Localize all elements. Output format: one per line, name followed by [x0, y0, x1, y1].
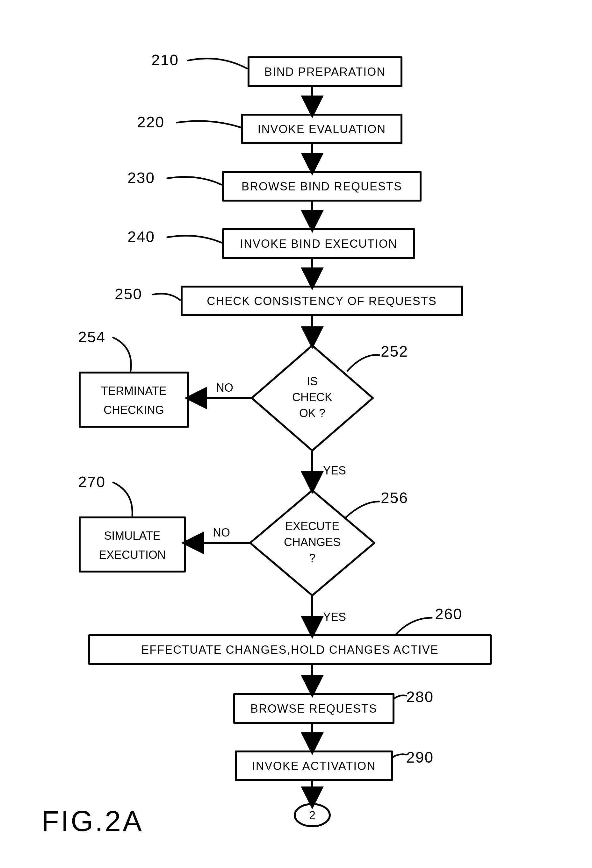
- node-240-label: INVOKE BIND EXECUTION: [240, 237, 397, 250]
- node-256-l3: ?: [309, 552, 315, 565]
- node-252-l3: OK ?: [299, 407, 325, 420]
- connector-2: 2: [295, 804, 330, 826]
- node-290-label: INVOKE ACTIVATION: [252, 759, 376, 772]
- leader-220: [177, 121, 241, 127]
- leader-280: [394, 695, 406, 699]
- ref-252: 252: [381, 343, 408, 360]
- leader-270: [113, 483, 132, 516]
- node-280-label: BROWSE REQUESTS: [250, 702, 377, 715]
- node-220: INVOKE EVALUATION: [242, 115, 401, 143]
- leader-230: [167, 177, 222, 185]
- ref-220: 220: [137, 114, 164, 131]
- node-260: EFFECTUATE CHANGES,HOLD CHANGES ACTIVE: [89, 635, 491, 664]
- node-290: INVOKE ACTIVATION: [236, 751, 392, 780]
- edge-256-260-label: YES: [323, 610, 346, 623]
- svg-rect-5: [80, 372, 188, 427]
- node-256: EXECUTE CHANGES ?: [250, 490, 374, 595]
- leader-210: [188, 59, 247, 68]
- edge-252-254-label: NO: [216, 381, 233, 394]
- svg-rect-6: [80, 517, 185, 571]
- ref-240: 240: [127, 228, 155, 245]
- node-250: CHECK CONSISTENCY OF REQUESTS: [182, 286, 462, 315]
- leader-254: [113, 338, 131, 371]
- node-260-label: EFFECTUATE CHANGES,HOLD CHANGES ACTIVE: [141, 643, 438, 656]
- ref-230: 230: [127, 170, 155, 186]
- leader-256: [346, 502, 379, 517]
- node-230-label: BROWSE BIND REQUESTS: [241, 180, 402, 193]
- node-256-l2: CHANGES: [284, 536, 340, 549]
- node-280: BROWSE REQUESTS: [234, 694, 394, 723]
- node-270-l1: SIMULATE: [104, 529, 160, 542]
- ref-210: 210: [151, 52, 179, 68]
- node-252: IS CHECK OK ?: [252, 345, 373, 450]
- node-270-l2: EXECUTION: [99, 548, 166, 561]
- leader-252: [347, 355, 379, 371]
- edge-256-270-label: NO: [213, 526, 230, 539]
- node-256-l1: EXECUTE: [285, 520, 339, 533]
- node-254: TERMINATE CHECKING: [80, 372, 188, 427]
- node-230: BROWSE BIND REQUESTS: [223, 172, 420, 201]
- node-252-l2: CHECK: [292, 391, 332, 404]
- node-254-l1: TERMINATE: [101, 384, 166, 397]
- node-210-label: BIND PREPARATION: [265, 65, 386, 78]
- connector-2-label: 2: [309, 809, 315, 822]
- figure-label: FIG.2A: [41, 805, 144, 837]
- ref-254: 254: [78, 329, 105, 345]
- ref-256: 256: [381, 489, 408, 506]
- leader-260: [395, 618, 432, 635]
- node-252-l1: IS: [307, 375, 318, 388]
- node-210: BIND PREPARATION: [249, 57, 401, 86]
- node-220-label: INVOKE EVALUATION: [258, 123, 386, 136]
- ref-270: 270: [78, 474, 105, 490]
- node-270: SIMULATE EXECUTION: [80, 517, 185, 571]
- leader-240: [167, 236, 222, 243]
- flowchart: BIND PREPARATION 210 INVOKE EVALUATION 2…: [0, 0, 592, 868]
- ref-260: 260: [435, 606, 462, 623]
- node-240: INVOKE BIND EXECUTION: [223, 229, 414, 258]
- node-250-label: CHECK CONSISTENCY OF REQUESTS: [207, 295, 437, 308]
- node-254-l2: CHECKING: [104, 403, 164, 416]
- ref-290: 290: [406, 749, 434, 766]
- ref-250: 250: [115, 286, 142, 303]
- edge-252-256-label: YES: [323, 464, 346, 477]
- leader-250: [153, 294, 180, 300]
- ref-280: 280: [406, 688, 434, 705]
- leader-290: [392, 754, 406, 758]
